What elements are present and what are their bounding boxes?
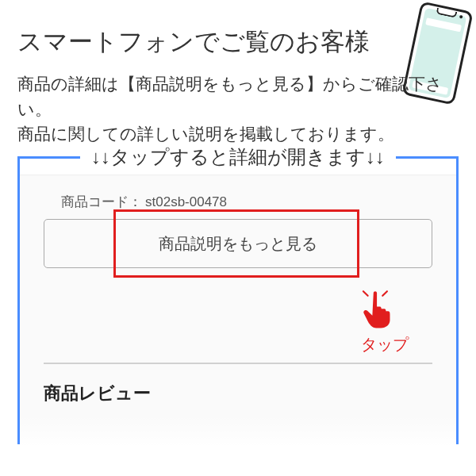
- instruction-panel: ↓↓タップすると詳細が開きます↓↓ 商品コード：st02sb-00478 商品説…: [17, 144, 459, 444]
- divider: [44, 363, 432, 364]
- review-heading: 商品レビュー: [44, 382, 151, 405]
- product-code-label: 商品コード：: [61, 194, 142, 209]
- page-title: スマートフォンでご覧のお客様: [17, 25, 370, 59]
- product-code-value: st02sb-00478: [145, 194, 227, 209]
- lead-line-2: 商品に関しての詳しい説明を掲載しております。: [17, 121, 459, 147]
- svg-line-1: [382, 291, 387, 296]
- lead-text: 商品の詳細は【商品説明をもっと見る】からご確認下さい。 商品に関しての詳しい説明…: [17, 71, 459, 147]
- tap-label: タップ: [361, 334, 409, 355]
- svg-line-0: [363, 291, 368, 296]
- show-more-description-button[interactable]: 商品説明をもっと見る: [44, 219, 432, 268]
- product-code-line: 商品コード：st02sb-00478: [44, 193, 432, 211]
- show-more-description-label: 商品説明をもっと見る: [159, 233, 317, 255]
- lead-line-1: 商品の詳細は【商品説明をもっと見る】からご確認下さい。: [17, 71, 459, 121]
- example-screenshot: 商品コード：st02sb-00478 商品説明をもっと見る タップ 商品レビュー: [20, 175, 456, 447]
- tap-hand-icon: [360, 290, 396, 329]
- tap-instruction-text: ↓↓タップすると詳細が開きます↓↓: [80, 144, 396, 170]
